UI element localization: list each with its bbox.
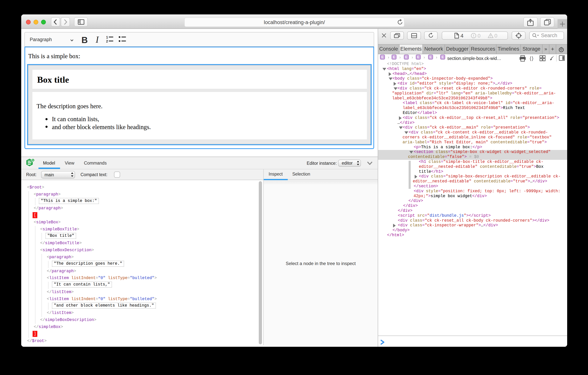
svg-text:5: 5 (32, 159, 34, 162)
svg-text:2: 2 (106, 39, 108, 43)
svg-text:1: 1 (106, 35, 108, 39)
